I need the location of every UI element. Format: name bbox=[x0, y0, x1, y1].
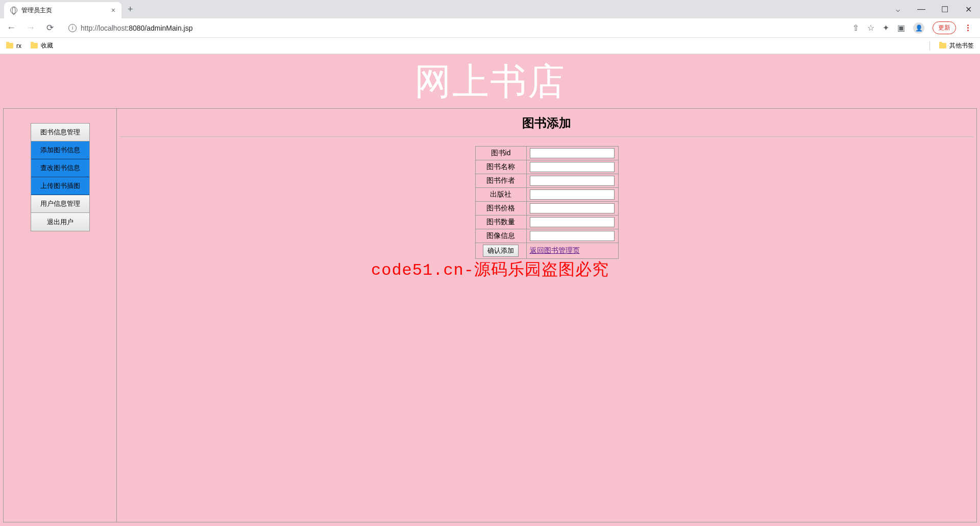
bookmark-favorites[interactable]: 收藏 bbox=[31, 41, 53, 50]
menu-icon[interactable] bbox=[964, 25, 972, 31]
bookmark-label: 其他书签 bbox=[949, 41, 974, 50]
field-label: 图书价格 bbox=[475, 202, 526, 216]
form-row-actions: 确认添加 返回图书管理页 bbox=[475, 243, 618, 259]
book-image-input[interactable] bbox=[530, 231, 615, 241]
toolbar-right: ⇧ ☆ ✦ ▣ 👤 更新 bbox=[852, 21, 976, 34]
back-link[interactable]: 返回图书管理页 bbox=[530, 246, 580, 254]
tab-title: 管理员主页 bbox=[21, 6, 52, 15]
extensions-icon[interactable]: ✦ bbox=[883, 23, 889, 33]
form-row: 图书id bbox=[475, 147, 618, 160]
folder-icon bbox=[939, 43, 946, 49]
chevron-down-icon[interactable]: ⌵ bbox=[886, 1, 910, 17]
minimize-button[interactable]: — bbox=[910, 1, 933, 17]
divider bbox=[929, 41, 930, 51]
banner-title: 网上书店 bbox=[0, 57, 980, 106]
content-layout: 图书信息管理 添加图书信息 查改图书信息 上传图书插图 用户信息管理 退出用户 … bbox=[3, 108, 977, 522]
star-icon[interactable]: ☆ bbox=[867, 23, 874, 33]
book-name-input[interactable] bbox=[530, 162, 615, 172]
main-content: 图书添加 图书id 图书名称 bbox=[117, 109, 977, 522]
sidebar-menu: 图书信息管理 添加图书信息 查改图书信息 上传图书插图 用户信息管理 退出用户 bbox=[31, 123, 90, 231]
sidebar-item-logout[interactable]: 退出用户 bbox=[31, 213, 89, 231]
url-bar[interactable]: i http://localhost:8080/adminMain.jsp bbox=[62, 20, 847, 36]
bookmark-other[interactable]: 其他书签 bbox=[939, 41, 974, 50]
banner: 网上书店 bbox=[0, 54, 980, 108]
new-tab-button[interactable]: + bbox=[121, 4, 139, 15]
book-id-input[interactable] bbox=[530, 148, 615, 158]
globe-icon bbox=[10, 7, 17, 14]
book-author-input[interactable] bbox=[530, 176, 615, 186]
divider bbox=[120, 136, 973, 137]
avatar-icon[interactable]: 👤 bbox=[913, 22, 924, 34]
sidebar-item-add-book[interactable]: 添加图书信息 bbox=[31, 141, 89, 159]
maximize-button[interactable]: ☐ bbox=[933, 1, 957, 17]
browser-tab[interactable]: 管理员主页 × bbox=[4, 2, 121, 18]
book-quantity-input[interactable] bbox=[530, 217, 615, 227]
form-row: 图书数量 bbox=[475, 216, 618, 229]
field-label: 图书名称 bbox=[475, 160, 526, 174]
bookmark-bar: rx 收藏 其他书签 bbox=[0, 38, 980, 54]
folder-icon bbox=[6, 43, 13, 49]
form-row: 图书作者 bbox=[475, 174, 618, 188]
tab-bar: 管理员主页 × + ⌵ — ☐ ✕ bbox=[0, 0, 980, 18]
form-row: 图书名称 bbox=[475, 160, 618, 174]
back-button[interactable]: ← bbox=[4, 22, 18, 33]
form-row: 出版社 bbox=[475, 188, 618, 202]
book-price-input[interactable] bbox=[530, 203, 615, 213]
bookmark-label: rx bbox=[16, 42, 21, 50]
sidebar-item-book-info[interactable]: 图书信息管理 bbox=[31, 124, 89, 141]
form-row: 图像信息 bbox=[475, 229, 618, 243]
sidebar-item-user-info[interactable]: 用户信息管理 bbox=[31, 195, 89, 213]
sidebar-item-upload-image[interactable]: 上传图书插图 bbox=[31, 177, 89, 195]
update-button[interactable]: 更新 bbox=[933, 21, 956, 34]
forward-button[interactable]: → bbox=[23, 22, 38, 33]
page-container: 网上书店 图书信息管理 添加图书信息 查改图书信息 上传图书插图 用户信息管理 … bbox=[0, 54, 980, 526]
share-icon[interactable]: ⇧ bbox=[852, 23, 859, 33]
field-label: 图书id bbox=[475, 147, 526, 160]
add-book-form: 图书id 图书名称 图书作者 bbox=[475, 146, 619, 259]
field-label: 出版社 bbox=[475, 188, 526, 202]
address-bar: ← → ⟳ i http://localhost:8080/adminMain.… bbox=[0, 18, 980, 38]
page-title: 图书添加 bbox=[117, 112, 976, 136]
url-text: http://localhost:8080/adminMain.jsp bbox=[81, 24, 192, 32]
book-publisher-input[interactable] bbox=[530, 189, 615, 200]
field-label: 图书作者 bbox=[475, 174, 526, 188]
close-icon[interactable]: × bbox=[111, 6, 115, 14]
bookmark-rx[interactable]: rx bbox=[6, 42, 21, 50]
sidebar: 图书信息管理 添加图书信息 查改图书信息 上传图书插图 用户信息管理 退出用户 bbox=[4, 109, 117, 522]
folder-icon bbox=[31, 43, 38, 49]
close-window-button[interactable]: ✕ bbox=[957, 1, 980, 17]
bookmark-label: 收藏 bbox=[41, 41, 53, 50]
field-label: 图书数量 bbox=[475, 216, 526, 229]
reload-button[interactable]: ⟳ bbox=[43, 22, 57, 33]
field-label: 图像信息 bbox=[475, 229, 526, 243]
window-controls: ⌵ — ☐ ✕ bbox=[886, 1, 980, 17]
sidebar-item-edit-book[interactable]: 查改图书信息 bbox=[31, 159, 89, 177]
browser-chrome: 管理员主页 × + ⌵ — ☐ ✕ ← → ⟳ i http://localho… bbox=[0, 0, 980, 54]
submit-button[interactable]: 确认添加 bbox=[483, 245, 519, 257]
form-row: 图书价格 bbox=[475, 202, 618, 216]
page: 网上书店 图书信息管理 添加图书信息 查改图书信息 上传图书插图 用户信息管理 … bbox=[0, 54, 980, 526]
info-icon[interactable]: i bbox=[68, 24, 77, 32]
side-panel-icon[interactable]: ▣ bbox=[897, 23, 905, 33]
